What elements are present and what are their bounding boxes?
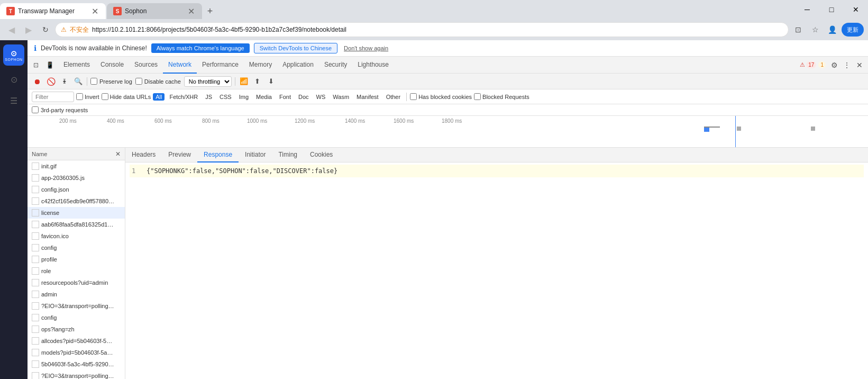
close-devtools-button[interactable]: ✕: [853, 59, 866, 71]
tab-elements[interactable]: Elements: [58, 57, 95, 74]
settings-button[interactable]: ⚙: [828, 59, 840, 71]
update-button[interactable]: 更新: [842, 23, 864, 37]
list-item[interactable]: license: [28, 207, 125, 219]
type-filter-other[interactable]: Other: [383, 93, 404, 101]
devtools-selector-icon[interactable]: ⊡: [30, 59, 42, 71]
list-item[interactable]: role: [28, 265, 125, 277]
third-party-checkbox-label[interactable]: 3rd-party requests: [32, 106, 88, 113]
type-filter-manifest[interactable]: Manifest: [354, 93, 381, 101]
list-item[interactable]: aab6f68faa5dfa816325d1ea5...: [28, 219, 125, 230]
timeline-label-400: 400 ms: [107, 118, 124, 124]
back-button[interactable]: ◀: [4, 22, 19, 37]
tab-lighthouse[interactable]: Lighthouse: [352, 57, 394, 74]
type-filter-doc[interactable]: Doc: [296, 93, 312, 101]
cast-button[interactable]: ⊡: [791, 22, 806, 37]
tab-performance[interactable]: Performance: [197, 57, 244, 74]
type-filter-font[interactable]: Font: [277, 93, 294, 101]
list-item[interactable]: profile: [28, 254, 125, 265]
throttling-select[interactable]: No throttling: [184, 76, 232, 87]
list-item[interactable]: resourcepools?uid=admin: [28, 277, 125, 288]
hide-data-urls-checkbox[interactable]: Hide data URLs: [102, 93, 151, 100]
response-tab-initiator[interactable]: Initiator: [239, 148, 272, 163]
response-tab-cookies[interactable]: Cookies: [304, 148, 339, 163]
type-filter-js[interactable]: JS: [203, 93, 215, 101]
import-icon-btn[interactable]: ⬆: [252, 76, 263, 87]
file-name: app-20360305.js: [41, 175, 85, 181]
list-item[interactable]: ?EIO=3&transport=polling&t...: [28, 370, 125, 379]
response-tab-headers[interactable]: Headers: [125, 148, 162, 163]
dont-show-again-link[interactable]: Don't show again: [344, 45, 388, 51]
online-icon-btn[interactable]: 📶: [239, 76, 249, 87]
file-list-scroll[interactable]: init.gif app-20360305.js config.json c42…: [28, 160, 125, 379]
reload-button[interactable]: ↻: [38, 22, 53, 37]
third-party-checkbox[interactable]: [32, 106, 39, 113]
tab-network[interactable]: Network: [163, 57, 197, 74]
tab-transwarp[interactable]: T Transwarp Manager ✕: [0, 3, 106, 19]
tab-sophon[interactable]: S Sophon ✕: [107, 3, 202, 19]
maximize-button[interactable]: □: [819, 0, 844, 19]
type-filter-ws[interactable]: WS: [314, 93, 328, 101]
list-item[interactable]: ?EIO=3&transport=polling&t...: [28, 300, 125, 312]
forward-button[interactable]: ▶: [21, 22, 36, 37]
response-tab-preview[interactable]: Preview: [162, 148, 197, 163]
type-filter-fetch[interactable]: Fetch/XHR: [167, 93, 200, 101]
type-filter-img[interactable]: Img: [236, 93, 251, 101]
switch-devtools-button[interactable]: Switch DevTools to Chinese: [254, 43, 337, 53]
sidebar-item-notebooks[interactable]: ☰: [4, 91, 23, 110]
file-icon: [32, 279, 39, 286]
preserve-log-checkbox[interactable]: [90, 78, 97, 85]
devtools-device-icon[interactable]: 📱: [43, 59, 56, 71]
extensions-area: ⊡ ☆ 👤 更新: [791, 22, 864, 37]
export-icon-btn[interactable]: ⬇: [266, 76, 277, 87]
tab-console[interactable]: Console: [95, 57, 129, 74]
timeline-label-1600: 1600 ms: [394, 118, 414, 124]
list-item[interactable]: config: [28, 312, 125, 323]
type-filter-media[interactable]: Media: [253, 93, 275, 101]
sidebar-item-home[interactable]: ⊙: [4, 70, 23, 89]
type-filter-all[interactable]: All: [153, 93, 165, 101]
tab-application[interactable]: Application: [277, 57, 319, 74]
list-item[interactable]: admin: [28, 288, 125, 300]
clear-button[interactable]: 🚫: [45, 76, 56, 87]
disable-cache-checkbox[interactable]: [135, 78, 142, 85]
file-list-close-icon[interactable]: ✕: [115, 150, 121, 158]
list-item[interactable]: init.gif: [28, 160, 125, 172]
tab-security[interactable]: Security: [319, 57, 352, 74]
window-controls: ─ □ ✕: [795, 0, 868, 19]
match-language-button[interactable]: Always match Chrome's language: [151, 43, 250, 53]
filter-icon-btn[interactable]: ⧱: [59, 76, 70, 87]
list-item[interactable]: c42f2cf165edb9e0ff57880dbe...: [28, 195, 125, 207]
filter-input[interactable]: [32, 92, 74, 102]
disable-cache-checkbox-label[interactable]: Disable cache: [135, 78, 181, 85]
response-tab-response[interactable]: Response: [197, 148, 239, 163]
invert-checkbox[interactable]: Invert: [76, 93, 99, 100]
list-item[interactable]: config.json: [28, 184, 125, 195]
type-filter-wasm[interactable]: Wasm: [330, 93, 352, 101]
has-blocked-cookies-checkbox[interactable]: Has blocked cookies: [410, 93, 472, 100]
list-item[interactable]: allcodes?pid=5b04603f-5a3c-...: [28, 335, 125, 347]
list-item[interactable]: models?pid=5b04603f-5a3c-...: [28, 347, 125, 358]
tab-close-transwarp[interactable]: ✕: [90, 6, 99, 16]
response-tab-timing[interactable]: Timing: [272, 148, 304, 163]
tab-memory[interactable]: Memory: [244, 57, 277, 74]
list-item[interactable]: 5b04603f-5a3c-4bf5-9290-b1...: [28, 358, 125, 370]
search-icon-btn[interactable]: 🔍: [73, 76, 84, 87]
sidebar-logo[interactable]: ⊙ SOPHON: [3, 44, 24, 66]
profile-button[interactable]: 👤: [825, 22, 839, 37]
tab-sources[interactable]: Sources: [129, 57, 163, 74]
close-button[interactable]: ✕: [844, 0, 868, 19]
tab-close-sophon[interactable]: ✕: [186, 6, 196, 16]
more-options-button[interactable]: ⋮: [840, 59, 853, 71]
list-item[interactable]: ops?lang=zh: [28, 323, 125, 335]
list-item[interactable]: config: [28, 242, 125, 254]
address-input-wrapper[interactable]: ⚠ 不安全 https://10.2.101.21:8066/projects/…: [55, 22, 789, 37]
list-item[interactable]: favicon.ico: [28, 230, 125, 242]
bookmark-button[interactable]: ☆: [808, 22, 823, 37]
minimize-button[interactable]: ─: [795, 0, 819, 19]
list-item[interactable]: app-20360305.js: [28, 172, 125, 184]
tab-add-button[interactable]: +: [202, 3, 218, 19]
type-filter-css[interactable]: CSS: [217, 93, 234, 101]
record-button[interactable]: ⏺: [32, 76, 42, 87]
preserve-log-checkbox-label[interactable]: Preserve log: [90, 78, 132, 85]
blocked-requests-checkbox[interactable]: Blocked Requests: [474, 93, 529, 100]
